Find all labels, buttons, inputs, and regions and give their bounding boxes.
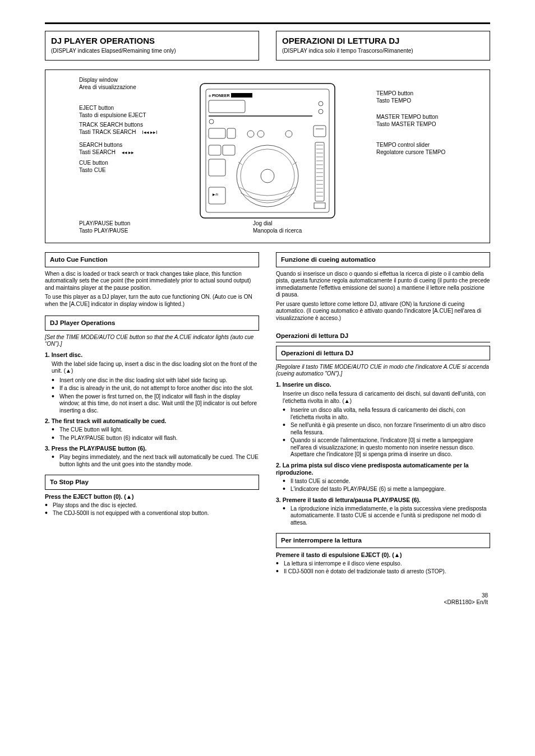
- label-track-search: TRACK SEARCH buttons Tasti TRACK SEARCH …: [79, 122, 158, 136]
- list-item: L'indicatore del tasto PLAY/PAUSE (6) si…: [283, 486, 490, 493]
- svg-rect-11: [209, 145, 221, 155]
- pre-dj-ops: [Set the TIME MODE/AUTO CUE button so th…: [45, 334, 259, 348]
- svg-point-7: [319, 101, 323, 106]
- svg-point-39: [261, 169, 274, 183]
- step-2: 2. The first track will automatically be…: [45, 418, 259, 425]
- svg-point-17: [257, 131, 264, 137]
- svg-rect-10: [227, 128, 236, 138]
- svg-rect-0: [200, 84, 335, 218]
- svg-rect-9: [209, 128, 225, 138]
- list-item: La lettura si interrompe e il disco vien…: [276, 560, 490, 568]
- para-auto-cue-it-2: Per usare questo lettore come lettore DJ…: [276, 301, 490, 322]
- label-display: Display window Area di visualizzazione: [79, 77, 136, 91]
- subhead-stop-it: Per interrompere la lettura: [276, 533, 490, 548]
- para-auto-cue-it-1: Quando si inserisce un disco o quando si…: [276, 271, 490, 299]
- svg-text:▶/II: ▶/II: [213, 193, 218, 196]
- section-header-left: DJ PLAYER OPERATIONS (DISPLAY indicates …: [45, 31, 259, 61]
- label-tempo-slider: TEMPO control slider Regolatore cursore …: [376, 142, 445, 156]
- list-item: Il CDJ-500II non è dotato del tradiziona…: [276, 568, 490, 576]
- text-columns: Auto Cue Function When a disc is loaded …: [45, 252, 490, 577]
- page-number: 38: [482, 592, 488, 599]
- stop-step-it: Premere il tasto di espulsione EJECT (0)…: [276, 551, 490, 559]
- svg-rect-19: [313, 126, 326, 137]
- label-tempo-btn: TEMPO button Tasto TEMPO: [376, 90, 413, 104]
- step-1-bullets: Insert only one disc in the disc loading…: [52, 377, 259, 415]
- svg-point-37: [237, 145, 298, 207]
- label-search: SEARCH buttons Tasti SEARCH ◂◂ ▸▸: [79, 142, 134, 156]
- svg-point-6: [209, 119, 214, 124]
- section-header-right: OPERAZIONI DI LETTURA DJ (DISPLAY indica…: [276, 31, 490, 61]
- subhead-auto-cue-it: Funzione di cueing automatico: [276, 252, 490, 267]
- section-header-row: DJ PLAYER OPERATIONS (DISPLAY indicates …: [45, 31, 490, 61]
- label-jog: Jog dial Manopola di ricerca: [253, 220, 302, 234]
- list-item: If a disc is already in the unit, do not…: [52, 385, 259, 392]
- main-title-it: Operazioni di lettura DJ: [276, 330, 490, 342]
- step-1-bullets-it: Inserire un disco alla volta, nella fess…: [283, 407, 490, 458]
- step-3-it: 3. Premere il tasto di lettura/pausa PLA…: [276, 497, 490, 504]
- svg-text:⟐ PIONEER: ⟐ PIONEER: [209, 94, 229, 98]
- list-item: Inserire un disco alla volta, nella fess…: [283, 407, 490, 421]
- list-item: When the power is first turned on, the […: [52, 393, 259, 415]
- list-item: Play begins immediately, and the next tr…: [52, 454, 259, 468]
- step-1: 1. Insert disc.: [45, 351, 259, 359]
- list-item: The CUE button will light.: [52, 426, 259, 434]
- svg-rect-4: [209, 100, 245, 113]
- para-auto-cue-2: To use this player as a DJ player, turn …: [45, 294, 259, 308]
- cdj-device-svg: ⟐ PIONEER ▶/II: [195, 78, 340, 224]
- right-column: Funzione di cueing automatico Quando si …: [276, 252, 490, 577]
- svg-rect-12: [223, 145, 235, 155]
- list-item: The PLAY/PAUSE button (6) indicator will…: [52, 435, 259, 442]
- svg-rect-1: [206, 89, 329, 212]
- section-subtitle-left: (DISPLAY indicates Elapsed/Remaining tim…: [51, 48, 253, 55]
- step-2-bullets: The CUE button will light. The PLAY/PAUS…: [52, 426, 259, 442]
- section-title-right: OPERAZIONI DI LETTURA DJ: [282, 36, 484, 47]
- step-1-it: 1. Inserire un disco.: [276, 381, 490, 388]
- list-item: Se nell'unità è già presente un disco, n…: [283, 422, 490, 436]
- svg-rect-13: [209, 159, 225, 176]
- svg-rect-3: [231, 93, 252, 98]
- label-eject: EJECT button Tasto di espulsione EJECT: [79, 105, 146, 119]
- section-subtitle-right: (DISPLAY indica solo il tempo Trascorso/…: [282, 48, 484, 55]
- list-item: Il tasto CUE si accende.: [283, 478, 490, 485]
- label-master-tempo: MASTER TEMPO button Tasto MASTER TEMPO: [376, 114, 438, 128]
- step-1-note: With the label side facing up, insert a …: [52, 361, 259, 375]
- subhead-stop: To Stop Play: [45, 475, 259, 489]
- stop-step: Press the EJECT button (0). (▲): [45, 493, 259, 500]
- step-3-bullets-it: La riproduzione inizia immediatamente, e…: [283, 505, 490, 527]
- page-ref: <DRB1180> En/It: [444, 599, 488, 605]
- list-item: Insert only one disc in the disc loading…: [52, 377, 259, 384]
- subhead-dj-ops-it: Operazioni di lettura DJ: [276, 346, 490, 360]
- section-title-left: DJ PLAYER OPERATIONS: [51, 36, 253, 47]
- list-item: Quando si accende l'alimentazione, l'ind…: [283, 437, 490, 458]
- list-item: La riproduzione inizia immediatamente, e…: [283, 505, 490, 527]
- step-2-bullets-it: Il tasto CUE si accende. L'indicatore de…: [283, 478, 490, 493]
- page-footer: 38 <DRB1180> En/It: [45, 592, 490, 606]
- step-3-bullets: Play begins immediately, and the next tr…: [52, 454, 259, 468]
- subhead-auto-cue: Auto Cue Function: [45, 252, 259, 267]
- svg-point-18: [285, 131, 292, 137]
- device-diagram: ⟐ PIONEER ▶/II: [45, 69, 490, 243]
- step-1-note-it: Inserire un disco nella fessura di caric…: [283, 391, 490, 405]
- list-item: The CDJ-500II is not equipped with a con…: [45, 510, 259, 517]
- list-item: Play stops and the disc is ejected.: [45, 502, 259, 509]
- top-rule: [45, 22, 490, 24]
- page-root: DJ PLAYER OPERATIONS (DISPLAY indicates …: [0, 0, 535, 623]
- svg-point-38: [241, 149, 294, 203]
- step-3: 3. Press the PLAY/PAUSE button (6).: [45, 445, 259, 452]
- left-column: Auto Cue Function When a disc is loaded …: [45, 252, 259, 577]
- svg-point-8: [319, 109, 323, 114]
- stop-bullets: Play stops and the disc is ejected. The …: [45, 502, 259, 517]
- svg-point-16: [247, 131, 254, 137]
- subhead-dj-ops: DJ Player Operations: [45, 316, 259, 330]
- step-2-it: 2. La prima pista sul disco viene predis…: [276, 462, 490, 476]
- label-cue: CUE button Tasto CUE: [79, 160, 108, 174]
- svg-rect-36: [314, 203, 325, 208]
- stop-bullets-it: La lettura si interrompe e il disco vien…: [276, 560, 490, 576]
- pre-dj-ops-it: [Regolare il tasto TIME MODE/AUTO CUE in…: [276, 364, 490, 378]
- label-playpause: PLAY/PAUSE button Tasto PLAY/PAUSE: [79, 220, 130, 234]
- para-auto-cue-1: When a disc is loaded or track search or…: [45, 271, 259, 292]
